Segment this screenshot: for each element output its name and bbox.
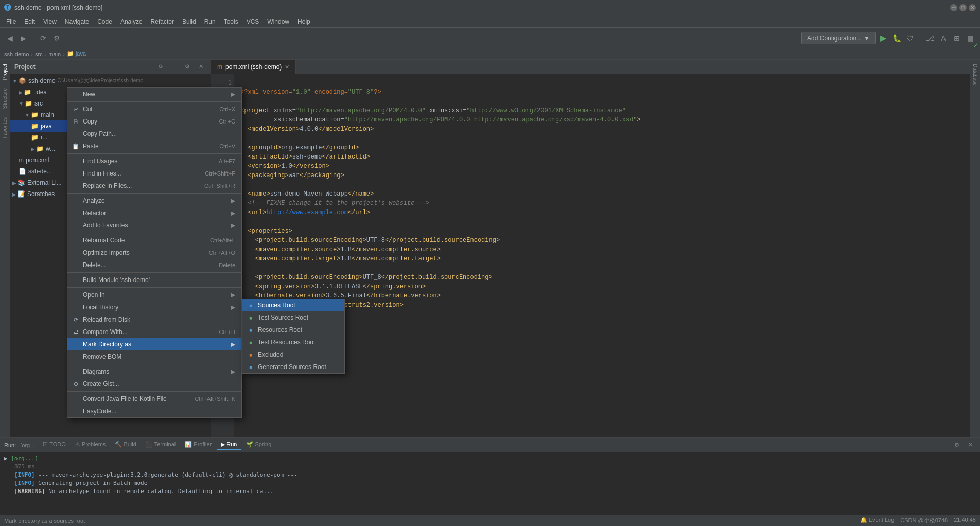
back-button[interactable]: ◀ [4, 32, 15, 44]
sidebar-tab-structure[interactable]: Structure [1, 84, 9, 113]
minimize-button[interactable]: ─ [950, 4, 957, 11]
run-config-button[interactable]: Add Configuration... ▼ [801, 32, 876, 44]
tree-arrow-scratches: ▶ [12, 191, 16, 197]
status-event-log[interactable]: 🔔 Event Log [860, 517, 895, 524]
ctx-build-module[interactable]: Build Module 'ssh-demo' [67, 274, 241, 286]
bottom-tab-run[interactable]: ▶ Run [217, 440, 241, 450]
debug-button[interactable]: 🐛 [891, 32, 902, 44]
ctx-convert-kotlin[interactable]: Convert Java File to Kotlin File Ctrl+Al… [67, 393, 241, 405]
ctx-create-gist[interactable]: ⊙ Create Gist... [67, 378, 241, 390]
ctx-local-history[interactable]: Local History ▶ [67, 301, 241, 313]
ctx-replace-in-files-shortcut: Ctrl+Shift+R [204, 183, 235, 189]
run-button[interactable]: ▶ [878, 32, 889, 44]
bottom-tab-terminal[interactable]: ⬛ Terminal [142, 440, 180, 450]
menu-file[interactable]: File [2, 17, 20, 26]
ctx-paste[interactable]: 📋 Paste Ctrl+V [67, 140, 241, 152]
menu-window[interactable]: Window [263, 17, 293, 26]
menu-navigate[interactable]: Navigate [61, 17, 93, 26]
tab-close-icon[interactable]: ✕ [285, 64, 289, 71]
submenu-excluded[interactable]: ■ Excluded [242, 348, 344, 361]
ctx-open-in[interactable]: Open In ▶ [67, 289, 241, 301]
ctx-build-module-icon [72, 276, 80, 284]
ctx-optimize-imports[interactable]: Optimize Imports Ctrl+Alt+O [67, 247, 241, 259]
panel-sync-icon[interactable]: ⟳ [155, 61, 166, 73]
translate-button[interactable]: A [938, 32, 949, 44]
ctx-reformat-code[interactable]: Reformat Code Ctrl+Alt+L [67, 234, 241, 247]
sync-button[interactable]: ⟳ [38, 32, 49, 44]
menu-view[interactable]: View [39, 17, 61, 26]
ctx-new[interactable]: New ▶ [67, 88, 241, 100]
git-button[interactable]: ⎇ [924, 32, 936, 44]
panel-close-icon[interactable]: ✕ [195, 61, 206, 73]
ctx-sep-3 [67, 193, 241, 194]
breadcrumb-src[interactable]: src [35, 51, 43, 57]
ctx-refactor[interactable]: Refactor ▶ [67, 207, 241, 219]
ctx-delete[interactable]: Delete... Delete [67, 259, 241, 271]
bottom-tab-build[interactable]: 🔨 Build [111, 440, 141, 450]
menu-vcs[interactable]: VCS [242, 17, 264, 26]
menu-build[interactable]: Build [178, 17, 200, 26]
tree-icon-scratches: 📝 [18, 190, 25, 198]
sidebar-tab-database[interactable]: Database [971, 60, 979, 90]
ctx-mark-directory-as[interactable]: Mark Directory as ▶ [67, 338, 241, 350]
submenu-excluded-label: Excluded [258, 351, 283, 358]
ctx-cut-label: Cut [83, 106, 209, 113]
ctx-copy-path[interactable]: Copy Path... [67, 128, 241, 140]
ctx-cut[interactable]: ✂ Cut Ctrl+X [67, 103, 241, 115]
breadcrumb-project[interactable]: ssh-demo [4, 51, 29, 57]
bottom-tab-todo[interactable]: ☑ TODO [39, 440, 69, 450]
menu-analyze[interactable]: Analyze [116, 17, 147, 26]
sidebar-tab-project[interactable]: Project [1, 60, 9, 84]
panel-settings-btn[interactable]: ⚙ [951, 440, 962, 451]
tree-item-root[interactable]: ▼ 📦 ssh-demo C:\Users\徐文\IdeaProjects\ss… [10, 75, 211, 86]
tab-pom-xml[interactable]: m pom.xml (ssh-demo) ✕ [211, 60, 296, 74]
ctx-reload-from-disk[interactable]: ⟳ Reload from Disk [67, 313, 241, 326]
bottom-tab-profiler[interactable]: 📊 Profiler [181, 440, 216, 450]
tree-icon-pom: m [19, 156, 24, 164]
layout-button[interactable]: ⊞ [951, 32, 962, 44]
ctx-remove-bom[interactable]: Remove BOM [67, 350, 241, 363]
bottom-tab-problems[interactable]: ⚠ Problems [71, 440, 110, 450]
menu-code[interactable]: Code [93, 17, 116, 26]
ctx-copy[interactable]: ⎘ Copy Ctrl+C [67, 115, 241, 128]
submenu-test-resources-root[interactable]: ■ Test Resources Root [242, 336, 344, 348]
submenu-resources-label: Resources Root [258, 326, 302, 334]
settings-button[interactable]: ⚙ [51, 32, 62, 44]
submenu-test-resources-icon: ■ [247, 338, 255, 346]
sidebar-tab-favorites[interactable]: Favorites [1, 113, 9, 143]
ctx-replace-in-files[interactable]: Replace in Files... Ctrl+Shift+R [67, 180, 241, 192]
bottom-tabs: ☑ TODO ⚠ Problems 🔨 Build ⬛ Terminal 📊 P… [39, 440, 275, 450]
breadcrumb-java[interactable]: 📁 java [67, 50, 86, 57]
panel-settings-icon[interactable]: ⚙ [182, 61, 193, 73]
title-bar-title: ssh-demo - pom.xml [ssh-demo] [14, 4, 102, 11]
forward-button[interactable]: ▶ [18, 32, 29, 44]
ctx-compare-with[interactable]: ⇄ Compare With... Ctrl+D [67, 326, 241, 338]
title-bar: 🅘 ssh-demo - pom.xml [ssh-demo] ─ □ ✕ [0, 0, 980, 15]
submenu-resources-root[interactable]: ■ Resources Root [242, 324, 344, 336]
submenu-test-sources-root[interactable]: ■ Test Sources Root [242, 311, 344, 324]
submenu-generated-sources[interactable]: ■ Generated Sources Root [242, 361, 344, 373]
menu-refactor[interactable]: Refactor [147, 17, 178, 26]
ctx-diagrams[interactable]: Diagrams ▶ [67, 365, 241, 378]
code-editor[interactable]: <?xml version="1.0" encoding="UTF-8"?> <… [234, 74, 970, 437]
ctx-copy-path-icon [72, 130, 80, 138]
ctx-easycode[interactable]: EasyCode... [67, 405, 241, 417]
panel-collapse-icon[interactable]: − [168, 61, 180, 73]
toolbar-separator-1 [33, 33, 33, 43]
panel-close-btn[interactable]: ✕ [965, 440, 976, 451]
ctx-add-to-favorites[interactable]: Add to Favorites ▶ [67, 219, 241, 232]
coverage-button[interactable]: 🛡 [904, 32, 916, 44]
menu-edit[interactable]: Edit [20, 17, 39, 26]
ctx-find-in-files[interactable]: Find in Files... Ctrl+Shift+F [67, 167, 241, 180]
ctx-analyze[interactable]: Analyze ▶ [67, 195, 241, 207]
tab-label: pom.xml (ssh-demo) [225, 63, 282, 71]
maximize-button[interactable]: □ [959, 4, 967, 11]
breadcrumb-main[interactable]: main [48, 51, 61, 57]
bottom-tab-spring[interactable]: 🌱 Spring [242, 440, 275, 450]
menu-help[interactable]: Help [293, 17, 314, 26]
menu-tools[interactable]: Tools [220, 17, 242, 26]
ctx-find-usages[interactable]: Find Usages Alt+F7 [67, 155, 241, 167]
menu-run[interactable]: Run [200, 17, 220, 26]
submenu-sources-root[interactable]: ■ Sources Root [242, 299, 344, 311]
close-button[interactable]: ✕ [969, 4, 976, 11]
